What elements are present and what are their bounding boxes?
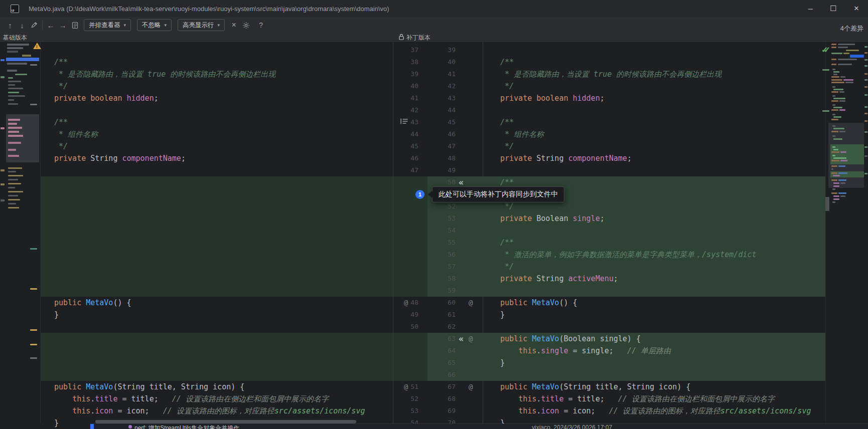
minimap-mark: [7, 63, 27, 65]
right-gutter-icons: [456, 44, 483, 56]
minimap-mark: [8, 95, 25, 97]
right-line-number: 39: [427, 44, 456, 56]
minimap-mark: [8, 142, 21, 144]
diff-row: 63«@public MetaVo(Boolean single) {: [40, 333, 825, 345]
right-code-line: private boolean hidden;: [483, 92, 825, 104]
diff-row: 59: [40, 285, 825, 297]
right-code-line: public MetaVo(Boolean single) {: [483, 333, 825, 345]
previous-difference-icon[interactable]: ↑: [4, 20, 16, 31]
diff-row: 65}: [40, 357, 825, 369]
minimap-mark: [7, 44, 29, 46]
right-code-line: }: [483, 309, 825, 321]
minimap-mark: [8, 195, 18, 196]
next-difference-icon[interactable]: ↓: [16, 20, 28, 31]
code-token: /**: [500, 178, 514, 187]
maximize-button[interactable]: ☐: [822, 0, 845, 17]
whitespace-dropdown[interactable]: 不忽略 ▾: [137, 19, 172, 31]
code-token: }: [54, 418, 59, 427]
minimap-mark: [1, 183, 5, 185]
edit-pencil-icon[interactable]: [28, 20, 40, 31]
minimap-mark: [8, 81, 21, 82]
minimap-mark: [6, 58, 39, 61]
minimap-mark: [839, 91, 844, 93]
code-token: = title;: [117, 394, 172, 403]
code-token: */: [500, 82, 514, 91]
minimap-mark: [840, 195, 845, 197]
minimap-mark: [838, 64, 852, 65]
left-code-line: [40, 333, 393, 345]
code-token: ;: [154, 94, 159, 103]
commit-annotation-bar: perf: 增加StreamUtils集合对象合并操作 vixiaco, 202…: [90, 423, 868, 429]
left-code-line: this.title = title; // 设置该路由在侧边栏和面包屑中展示的…: [40, 393, 393, 405]
code-token: MetaVo: [532, 298, 559, 307]
right-code-line: public MetaVo() {: [483, 297, 825, 309]
minimap-mark: [8, 103, 18, 105]
right-gutter-icons: [456, 393, 483, 405]
code-token: String: [90, 154, 122, 163]
code-token: private: [500, 214, 536, 223]
previous-change-icon[interactable]: ←: [45, 20, 57, 31]
diff-count-label: 4个差异: [840, 24, 863, 33]
left-code-line: [40, 225, 393, 237]
right-line-number: 41: [427, 68, 456, 80]
patch-list-icon[interactable]: [69, 20, 81, 31]
left-line-number: 46: [410, 152, 418, 164]
right-code-line: this.title = title; // 设置该路由在侧边栏和面包屑中展示的…: [483, 393, 825, 405]
next-change-icon[interactable]: →: [57, 20, 69, 31]
left-code-line: [40, 321, 393, 333]
minimap-mark: [30, 344, 37, 345]
changed-marker-icon: @: [469, 297, 473, 309]
minimap-mark: [30, 64, 37, 66]
right-gutter-icons: [456, 357, 483, 369]
right-code-line: [483, 44, 825, 56]
left-code-line: [40, 261, 393, 273]
right-code-line: private String activeMenu;: [483, 273, 825, 285]
code-token: .: [90, 406, 95, 415]
code-token: MetaVo: [532, 334, 559, 343]
horizontal-scrollbar[interactable]: [95, 420, 356, 423]
minimap-mark: [8, 203, 16, 204]
code-token: * 组件名称: [54, 130, 98, 139]
left-line-number: 47: [410, 164, 418, 176]
right-gutter-icons: [456, 369, 483, 381]
left-line-number: 42: [410, 104, 418, 116]
minimap-mark: [864, 106, 867, 108]
code-token: public: [500, 298, 532, 307]
right-line-number: 47: [427, 140, 456, 152]
diff-row: /**3840/**: [40, 56, 825, 68]
code-token: }: [54, 310, 59, 319]
minimap-mark: [832, 114, 835, 115]
code-token: .: [90, 394, 95, 403]
settings-gear-icon[interactable]: [240, 20, 252, 31]
disable-editing-icon[interactable]: ×: [228, 20, 240, 31]
minimize-button[interactable]: ─: [799, 0, 822, 17]
diff-window: IJ MetaVo.java (D:\IdeaWork\milkTea\milk…: [0, 0, 868, 429]
apply-to-left-icon[interactable]: «: [459, 333, 469, 345]
diff-row: public MetaVo() {@4860@public MetaVo() {: [40, 297, 825, 309]
left-gutter: [393, 249, 427, 261]
minimap-mark: [838, 47, 848, 48]
minimap-mark: [839, 100, 845, 102]
tour-step-badge[interactable]: 1: [415, 190, 424, 199]
minimap-mark: [15, 74, 27, 75]
highlight-mode-dropdown[interactable]: 高亮显示行 ▾: [178, 19, 225, 31]
close-button[interactable]: ×: [845, 0, 868, 17]
minimap-mark: [8, 207, 19, 208]
diff-row: 58private String activeMenu;: [40, 273, 825, 285]
help-icon[interactable]: ?: [255, 20, 267, 31]
code-token: componentName: [122, 154, 181, 163]
left-gutter: 44: [393, 128, 427, 140]
right-gutter-icons: [456, 68, 483, 80]
right-gutter-icons: [456, 273, 483, 285]
left-code-line: [40, 369, 393, 381]
right-line-number: 65: [427, 357, 456, 369]
minimap-mark: [864, 65, 867, 67]
title-bar: IJ MetaVo.java (D:\IdeaWork\milkTea\milk…: [0, 0, 868, 17]
diff-row: */4042 */: [40, 80, 825, 92]
right-gutter-icons: [456, 321, 483, 333]
code-token: ;: [627, 154, 632, 163]
code-token: /**: [500, 238, 514, 247]
minimap-mark: [864, 59, 867, 61]
viewer-mode-dropdown[interactable]: 并排查看器 ▾: [84, 19, 131, 31]
right-code-line: /**: [483, 56, 825, 68]
